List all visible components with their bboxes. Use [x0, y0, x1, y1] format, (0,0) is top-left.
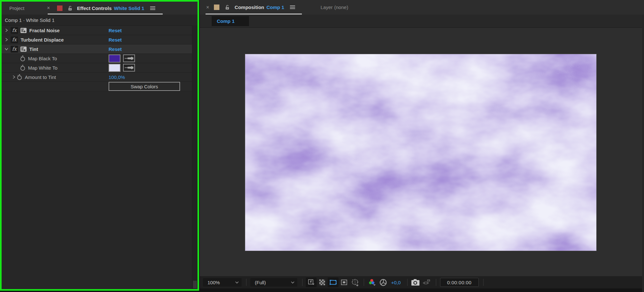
panel-color-swatch[interactable] — [57, 5, 62, 11]
effect-controls-panel: Project × Effect Controls White Solid 1 … — [0, 0, 199, 291]
composition-canvas-image[interactable] — [245, 54, 596, 251]
property-row-amount-to-tint[interactable]: Amount to Tint 100,0% — [2, 73, 197, 82]
close-project-tab-icon[interactable]: × — [47, 5, 50, 11]
fast-previews-button[interactable] — [306, 277, 317, 287]
effect-icon — [20, 28, 27, 33]
fx-badge-icon: fx — [11, 46, 18, 53]
active-tab-underline — [48, 14, 163, 15]
composition-viewer[interactable] — [200, 28, 644, 276]
transparency-grid-button[interactable] — [317, 277, 328, 287]
stopwatch-icon[interactable] — [20, 65, 25, 71]
toolbar-separator — [436, 279, 436, 286]
panel-bottom-edge — [200, 288, 644, 292]
stopwatch-icon[interactable] — [17, 74, 22, 80]
chevron-down-icon[interactable] — [4, 47, 9, 51]
viewer-tab-label: Comp 1 — [217, 18, 235, 24]
chevron-down-icon — [291, 281, 294, 284]
map-black-color-swatch[interactable] — [109, 54, 120, 63]
scrollbar-thumb[interactable] — [193, 281, 197, 288]
magnification-value: 100% — [207, 280, 220, 285]
fx-badge-icon: fx — [11, 27, 18, 34]
toolbar-separator — [246, 279, 246, 286]
close-composition-tab-icon[interactable]: × — [206, 5, 209, 10]
resolution-dropdown[interactable]: (Full) — [250, 278, 297, 287]
reset-link[interactable]: Reset — [109, 37, 122, 43]
panel-right-edge — [642, 15, 644, 292]
effect-controls-target-layer[interactable]: White Solid 1 — [114, 5, 144, 11]
stopwatch-icon[interactable] — [20, 55, 25, 62]
after-effects-window: Project × Effect Controls White Solid 1 … — [0, 0, 644, 292]
composition-panel: × Composition Comp 1 Layer (none) — [200, 0, 644, 292]
composition-target-comp[interactable]: Comp 1 — [266, 5, 284, 10]
breadcrumb: Comp 1 · White Solid 1 — [2, 15, 197, 26]
effect-name[interactable]: Tint — [29, 46, 38, 52]
mask-path-visibility-button[interactable] — [328, 277, 339, 287]
effect-row-fractal-noise[interactable]: fx Fractal Noise Reset — [2, 26, 197, 35]
show-channel-button[interactable] — [367, 277, 378, 287]
viewer-tab-strip: Comp 1 — [200, 15, 644, 28]
show-snapshot-button[interactable] — [421, 277, 432, 287]
swap-colors-button[interactable]: Swap Colors — [109, 82, 180, 91]
composition-tabbar: × Composition Comp 1 Layer (none) — [200, 0, 644, 15]
map-white-color-swatch[interactable] — [109, 64, 120, 72]
snapshot-camera-button[interactable] — [410, 277, 421, 287]
tab-composition[interactable]: Composition — [235, 5, 264, 10]
region-of-interest-button[interactable] — [339, 277, 350, 287]
unlock-icon[interactable] — [67, 5, 73, 11]
effect-controls-empty-area — [2, 91, 197, 275]
viewer-tab-comp-1[interactable]: Comp 1 — [212, 16, 249, 26]
effect-row-turbulent-displace[interactable]: fx Turbulent Displace Reset — [2, 35, 197, 44]
reset-exposure-button[interactable] — [378, 277, 389, 287]
chevron-right-icon[interactable] — [4, 38, 9, 42]
chevron-right-icon[interactable] — [12, 75, 16, 79]
panel-menu-icon[interactable] — [150, 6, 155, 10]
layer-tab-label: Layer — [321, 5, 333, 10]
panel-color-swatch[interactable] — [214, 5, 219, 10]
property-row-map-black-to[interactable]: Map Black To — [2, 54, 197, 63]
current-time-field[interactable]: 0:00:00:00 — [440, 278, 479, 287]
chevron-down-icon — [235, 281, 239, 284]
reset-link[interactable]: Reset — [109, 46, 122, 52]
effect-name[interactable]: Fractal Noise — [29, 28, 60, 33]
reset-link[interactable]: Reset — [109, 28, 122, 33]
panel-menu-icon[interactable] — [290, 5, 295, 9]
toolbar-separator — [302, 279, 303, 286]
layer-tab-value: (none) — [334, 5, 348, 10]
exposure-value[interactable]: +0,0 — [391, 280, 401, 285]
fx-badge-icon: fx — [11, 36, 18, 43]
effect-icon — [20, 46, 27, 52]
property-row-map-white-to[interactable]: Map White To — [2, 63, 197, 73]
property-label: Map White To — [28, 65, 57, 71]
vertical-scrollbar[interactable] — [192, 25, 197, 289]
toolbar-separator — [483, 279, 484, 286]
eyedropper-icon[interactable] — [123, 54, 135, 62]
viewer-toolbar: 100% (Full) — [200, 276, 644, 288]
breadcrumb-text: Comp 1 · White Solid 1 — [5, 17, 54, 23]
effect-controls-tabbar: Project × Effect Controls White Solid 1 — [2, 2, 197, 15]
effect-name[interactable]: Turbulent Displace — [21, 37, 64, 43]
eyedropper-icon[interactable] — [123, 64, 135, 72]
property-row-swap-colors: Swap Colors — [2, 82, 197, 91]
resolution-value: (Full) — [255, 280, 266, 285]
toolbar-separator — [407, 279, 408, 286]
tab-project[interactable]: Project — [9, 5, 24, 11]
property-label: Map Black To — [28, 56, 57, 61]
chevron-right-icon[interactable] — [4, 28, 9, 32]
unlock-icon[interactable] — [225, 5, 230, 10]
tab-effect-controls[interactable]: Effect Controls — [77, 5, 112, 11]
amount-value[interactable]: 100,0% — [109, 74, 125, 80]
magnification-dropdown[interactable]: 100% — [203, 278, 242, 287]
effect-row-tint[interactable]: fx Tint Reset — [2, 44, 197, 54]
grid-guide-options-button[interactable] — [350, 277, 360, 287]
tab-layer[interactable]: Layer (none) — [321, 0, 348, 15]
toolbar-separator — [364, 279, 364, 286]
property-label: Amount to Tint — [25, 74, 56, 80]
